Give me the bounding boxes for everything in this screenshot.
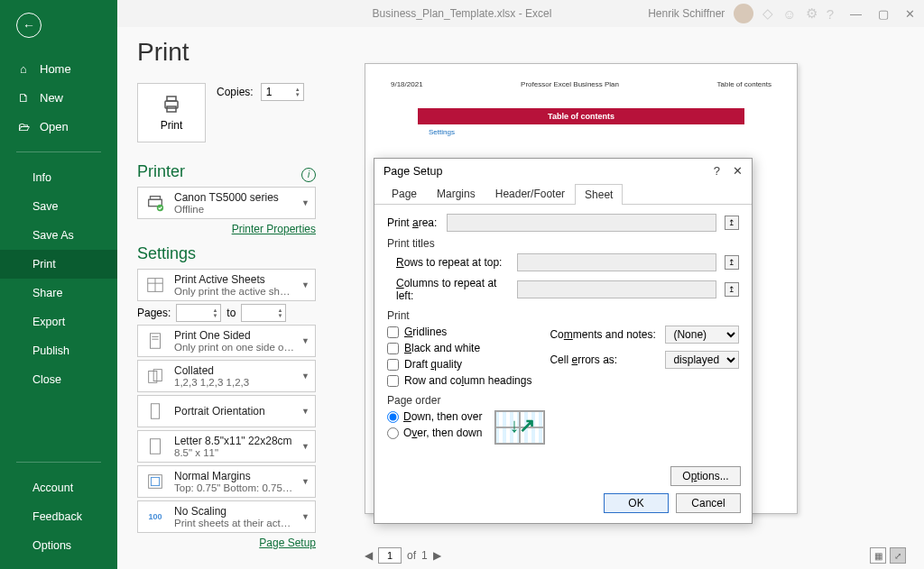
printer-selector[interactable]: Canon TS5000 series Offline ▼ xyxy=(137,187,316,219)
cols-repeat-input[interactable] xyxy=(517,280,716,298)
sidebar-print[interactable]: Print xyxy=(0,250,117,279)
sidebar-close[interactable]: Close xyxy=(0,365,117,394)
sidebar-export[interactable]: Export xyxy=(0,307,117,336)
sidebar-feedback[interactable]: Feedback xyxy=(0,502,117,531)
pages-from[interactable]: ▲▼ xyxy=(176,304,221,322)
ok-button[interactable]: OK xyxy=(604,493,669,513)
copies-spinner[interactable]: 1 ▲▼ xyxy=(261,83,304,101)
sidebar-share[interactable]: Share xyxy=(0,279,117,307)
portrait-icon xyxy=(143,399,167,423)
rows-repeat-input[interactable] xyxy=(517,253,716,271)
sheets-icon xyxy=(143,273,167,297)
scaling-selector[interactable]: 100 No ScalingPrint sheets at their actu… xyxy=(137,500,316,533)
sidebar-save[interactable]: Save xyxy=(0,192,117,221)
sidebar-publish[interactable]: Publish xyxy=(0,336,117,365)
next-page-button[interactable]: ▶ xyxy=(433,549,441,562)
rowcol-checkbox[interactable]: Row and column headings xyxy=(387,374,531,387)
cancel-button[interactable]: Cancel xyxy=(676,493,741,513)
print-area-input[interactable] xyxy=(447,214,716,232)
settings-section-title: Settings xyxy=(137,244,316,263)
svg-rect-15 xyxy=(151,439,161,454)
chevron-down-icon: ▼ xyxy=(301,442,310,451)
rows-repeat-label: Rows to repeat at top: xyxy=(396,256,512,269)
maximize-button[interactable]: ▢ xyxy=(878,7,889,21)
show-margins-button[interactable]: ▦ xyxy=(870,547,886,564)
spinner-arrows[interactable]: ▲▼ xyxy=(295,87,300,97)
avatar[interactable] xyxy=(734,4,753,23)
print-area-picker[interactable]: ↥ xyxy=(725,216,739,230)
errors-select[interactable]: displayed xyxy=(665,351,739,369)
print-titles-label: Print titles xyxy=(387,237,739,250)
prev-page-button[interactable]: ◀ xyxy=(365,549,373,562)
options-button[interactable]: Options... xyxy=(670,466,741,486)
sidebar-info[interactable]: Info xyxy=(0,163,117,192)
printer-ready-icon xyxy=(143,191,167,215)
tab-page[interactable]: Page xyxy=(382,183,427,204)
print-options-label: Print xyxy=(387,309,739,322)
print-button[interactable]: Print xyxy=(137,83,206,142)
home-icon: ⌂ xyxy=(16,61,31,76)
titlebar: Business_Plan_Template.xlsx - Excel Henr… xyxy=(0,0,924,27)
page-setup-link[interactable]: Page Setup xyxy=(259,537,316,549)
page-number-input[interactable] xyxy=(378,547,402,564)
dialog-help-button[interactable]: ? xyxy=(714,164,720,178)
page-order-diagram xyxy=(494,410,545,445)
margins-selector[interactable]: Normal MarginsTop: 0.75" Bottom: 0.75" L… xyxy=(137,465,316,498)
margins-icon xyxy=(143,470,167,493)
sidebar-open[interactable]: 🗁Open xyxy=(0,112,117,141)
papersize-selector[interactable]: Letter 8.5"x11" 22x28cm8.5" x 11" ▼ xyxy=(137,430,316,463)
open-icon: 🗁 xyxy=(16,119,31,133)
copies-label: Copies: xyxy=(217,86,254,98)
smile-icon[interactable]: ☺ xyxy=(782,6,796,22)
tab-margins[interactable]: Margins xyxy=(427,183,485,204)
back-button[interactable]: ← xyxy=(16,13,42,38)
info-icon[interactable]: i xyxy=(301,168,316,182)
svg-rect-16 xyxy=(149,475,162,489)
dialog-close-button[interactable]: ✕ xyxy=(733,164,743,178)
rows-repeat-picker[interactable]: ↥ xyxy=(725,255,739,270)
sides-selector[interactable]: Print One SidedOnly print on one side of… xyxy=(137,325,316,357)
toc-bar: Table of contents xyxy=(418,108,744,124)
blackwhite-checkbox[interactable]: Black and white xyxy=(387,342,531,354)
pages-to[interactable]: ▲▼ xyxy=(241,304,286,322)
sidebar-options[interactable]: Options xyxy=(0,531,117,560)
cols-repeat-label: Columns to repeat at left: xyxy=(396,277,512,302)
printer-properties-link[interactable]: Printer Properties xyxy=(232,223,316,235)
page-heading: Print xyxy=(137,38,316,67)
chevron-down-icon: ▼ xyxy=(301,477,310,486)
gridlines-checkbox[interactable]: Gridlines xyxy=(387,326,531,338)
sidebar-new[interactable]: 🗋New xyxy=(0,83,117,112)
collate-icon xyxy=(143,364,167,388)
orientation-selector[interactable]: Portrait Orientation ▼ xyxy=(137,395,316,427)
pages-row: Pages: ▲▼ to ▲▼ xyxy=(137,304,316,322)
chevron-down-icon: ▼ xyxy=(301,407,310,416)
minimize-button[interactable]: — xyxy=(850,7,862,21)
settings-icon[interactable]: ⚙ xyxy=(806,5,818,22)
preview-nav: ◀ of 1 ▶ ▦ ⤢ xyxy=(365,547,906,564)
page-setup-dialog: Page Setup ? ✕ Page Margins Header/Foote… xyxy=(374,158,753,524)
collation-selector[interactable]: Collated1,2,3 1,2,3 1,2,3 ▼ xyxy=(137,360,316,392)
sidebar-account[interactable]: Account xyxy=(0,473,117,502)
over-then-down-radio[interactable]: Over, then down xyxy=(387,427,482,439)
draft-checkbox[interactable]: Draft quality xyxy=(387,358,531,371)
print-column: Print Print Copies: 1 ▲▼ Printer i Canon… xyxy=(117,27,328,569)
zoom-to-page-button[interactable]: ⤢ xyxy=(890,547,906,564)
svg-rect-2 xyxy=(167,106,176,112)
comments-select[interactable]: (None) xyxy=(665,326,739,344)
backstage-sidebar: ← ⌂Home 🗋New 🗁Open Info Save Save As Pri… xyxy=(0,0,117,569)
diamond-icon[interactable]: ◇ xyxy=(762,5,773,22)
sidebar-saveas[interactable]: Save As xyxy=(0,221,117,250)
help-icon[interactable]: ? xyxy=(827,6,834,22)
cols-repeat-picker[interactable]: ↥ xyxy=(725,282,739,297)
close-button[interactable]: ✕ xyxy=(905,7,915,21)
chevron-down-icon: ▼ xyxy=(301,512,310,521)
comments-label: Comments and notes: xyxy=(550,328,658,341)
paper-icon xyxy=(143,435,167,458)
svg-rect-4 xyxy=(151,197,161,200)
sidebar-home[interactable]: ⌂Home xyxy=(0,54,117,83)
chevron-down-icon: ▼ xyxy=(301,280,310,289)
tab-headerfooter[interactable]: Header/Footer xyxy=(485,183,575,204)
print-what-selector[interactable]: Print Active SheetsOnly print the active… xyxy=(137,269,316,301)
tab-sheet[interactable]: Sheet xyxy=(575,184,623,205)
down-then-over-radio[interactable]: Down, then over xyxy=(387,410,482,423)
